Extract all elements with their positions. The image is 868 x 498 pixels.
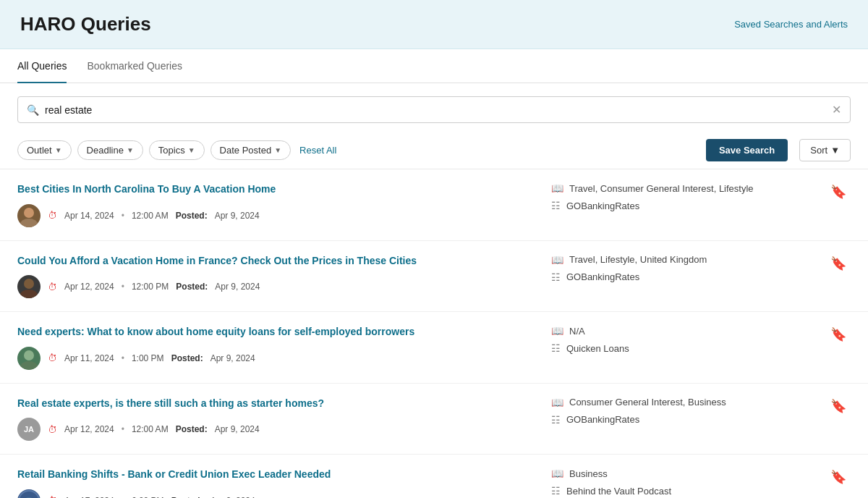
results-list: Best Cities In North Carolina To Buy A V…	[0, 169, 868, 498]
bookmark-button-5[interactable]: 🔖	[826, 468, 851, 486]
reset-all-button[interactable]: Reset All	[299, 145, 336, 156]
topics-row-1: 📖 Travel, Consumer General Interest, Lif…	[551, 182, 814, 194]
clock-icon-5: ⏱	[48, 495, 57, 498]
result-title-5[interactable]: Retail Banking Shifts - Bank or Credit U…	[17, 468, 528, 482]
outlet-icon-1: ☷	[551, 200, 561, 211]
topics-text-1: Travel, Consumer General Interest, Lifes…	[569, 183, 754, 194]
clock-icon-2: ⏱	[48, 282, 57, 292]
outlet-icon-5: ☷	[551, 485, 561, 497]
result-meta-2: ⏱ Apr 12, 2024 • 12:00 PM Posted: Apr 9,…	[17, 275, 528, 298]
tab-bookmarked-queries[interactable]: Bookmarked Queries	[87, 50, 182, 83]
avatar-1	[17, 204, 41, 227]
avatar-image-5	[17, 489, 41, 498]
deadline-time-1: 12:00 AM	[132, 211, 169, 221]
tab-all-queries[interactable]: All Queries	[17, 50, 67, 83]
topics-row-3: 📖 N/A	[551, 325, 814, 337]
deadline-date-2: Apr 12, 2024	[64, 282, 114, 292]
outlet-text-4: GOBankingRates	[566, 414, 639, 425]
search-input[interactable]	[45, 104, 832, 116]
result-right-4: 📖 Consumer General Interest, Business ☷ …	[540, 397, 814, 442]
outlet-row-2: ☷ GOBankingRates	[551, 271, 814, 283]
header: HARO Queries Saved Searches and Alerts	[0, 0, 868, 49]
result-title-1[interactable]: Best Cities In North Carolina To Buy A V…	[17, 182, 528, 197]
posted-label-4: Posted:	[176, 424, 208, 434]
posted-label-2: Posted:	[176, 282, 208, 292]
svg-point-0	[24, 208, 34, 218]
topics-text-2: Travel, Lifestyle, United Kingdom	[569, 254, 707, 265]
page-title: HARO Queries	[20, 13, 151, 35]
svg-point-4	[24, 350, 34, 360]
table-row: Real estate experts, is there still such…	[0, 384, 868, 455]
table-row: Could You Afford a Vacation Home in Fran…	[0, 241, 868, 313]
svg-point-6	[19, 491, 39, 498]
result-left-2: Could You Afford a Vacation Home in Fran…	[17, 254, 528, 299]
sort-button[interactable]: Sort ▼	[799, 139, 851, 161]
avatar-image-2	[17, 275, 41, 298]
search-icon: 🔍	[27, 104, 39, 116]
deadline-date-4: Apr 12, 2024	[64, 424, 114, 434]
outlet-text-2: GOBankingRates	[566, 271, 639, 282]
dot-3: •	[122, 353, 124, 363]
result-right-1: 📖 Travel, Consumer General Interest, Lif…	[540, 182, 814, 227]
posted-date-4: Apr 9, 2024	[215, 424, 260, 434]
result-title-2[interactable]: Could You Afford a Vacation Home in Fran…	[17, 254, 528, 269]
saved-searches-link[interactable]: Saved Searches and Alerts	[734, 19, 848, 30]
outlet-row-3: ☷ Quicken Loans	[551, 342, 814, 354]
date-posted-chevron-icon: ▼	[274, 146, 281, 154]
posted-date-1: Apr 9, 2024	[215, 211, 260, 221]
deadline-date-3: Apr 11, 2024	[64, 353, 114, 363]
result-right-5: 📖 Business ☷ Behind the Vault Podcast	[540, 468, 814, 498]
result-title-4[interactable]: Real estate experts, is there still such…	[17, 397, 528, 411]
book-icon-2: 📖	[551, 254, 563, 266]
topics-text-4: Consumer General Interest, Business	[569, 397, 726, 408]
bookmark-button-2[interactable]: 🔖	[826, 254, 851, 273]
deadline-filter-button[interactable]: Deadline ▼	[77, 140, 143, 160]
clock-icon-3: ⏱	[48, 353, 57, 363]
clock-icon-1: ⏱	[48, 210, 57, 221]
bookmark-button-4[interactable]: 🔖	[826, 397, 851, 415]
outlet-filter-button[interactable]: Outlet ▼	[17, 140, 72, 160]
clock-icon-4: ⏱	[48, 424, 57, 435]
avatar-2	[17, 275, 41, 298]
outlet-row-5: ☷ Behind the Vault Podcast	[551, 485, 814, 497]
table-row: Need experts: What to know about home eq…	[0, 312, 868, 384]
deadline-date-1: Apr 14, 2024	[64, 211, 114, 221]
deadline-time-3: 1:00 PM	[132, 353, 164, 363]
outlet-row-1: ☷ GOBankingRates	[551, 200, 814, 211]
search-bar-container: 🔍 ✕	[17, 96, 851, 123]
deadline-time-4: 12:00 AM	[132, 424, 169, 434]
avatar-image-3	[17, 347, 41, 370]
result-right-3: 📖 N/A ☷ Quicken Loans	[540, 325, 814, 370]
topics-filter-button[interactable]: Topics ▼	[149, 140, 205, 160]
topics-row-2: 📖 Travel, Lifestyle, United Kingdom	[551, 254, 814, 266]
outlet-icon-2: ☷	[551, 271, 561, 283]
dot-1: •	[122, 211, 124, 221]
result-meta-3: ⏱ Apr 11, 2024 • 1:00 PM Posted: Apr 9, …	[17, 347, 528, 370]
topics-row-5: 📖 Business	[551, 468, 814, 479]
book-icon-3: 📖	[551, 325, 563, 337]
topics-text-5: Business	[569, 468, 608, 479]
book-icon-5: 📖	[551, 468, 563, 479]
svg-point-5	[20, 361, 38, 370]
save-search-button[interactable]: Save Search	[706, 139, 788, 161]
posted-date-2: Apr 9, 2024	[215, 282, 260, 292]
topics-text-3: N/A	[569, 326, 585, 337]
filters-bar: Outlet ▼ Deadline ▼ Topics ▼ Date Posted…	[0, 132, 868, 169]
search-section: 🔍 ✕	[0, 83, 868, 132]
book-icon-4: 📖	[551, 397, 563, 408]
result-left-4: Real estate experts, is there still such…	[17, 397, 528, 442]
sort-chevron-icon: ▼	[830, 145, 840, 156]
result-left-5: Retail Banking Shifts - Bank or Credit U…	[17, 468, 528, 498]
avatar-5	[17, 489, 41, 498]
result-title-3[interactable]: Need experts: What to know about home eq…	[17, 325, 528, 339]
outlet-icon-4: ☷	[551, 414, 561, 426]
bookmark-button-3[interactable]: 🔖	[826, 325, 851, 344]
topics-chevron-icon: ▼	[188, 146, 195, 154]
result-left-3: Need experts: What to know about home eq…	[17, 325, 528, 370]
avatar-image-1	[17, 204, 41, 227]
dot-2: •	[122, 282, 124, 292]
clear-search-icon[interactable]: ✕	[832, 103, 841, 117]
result-left-1: Best Cities In North Carolina To Buy A V…	[17, 182, 528, 227]
date-posted-filter-button[interactable]: Date Posted ▼	[210, 140, 291, 160]
bookmark-button-1[interactable]: 🔖	[826, 182, 851, 201]
